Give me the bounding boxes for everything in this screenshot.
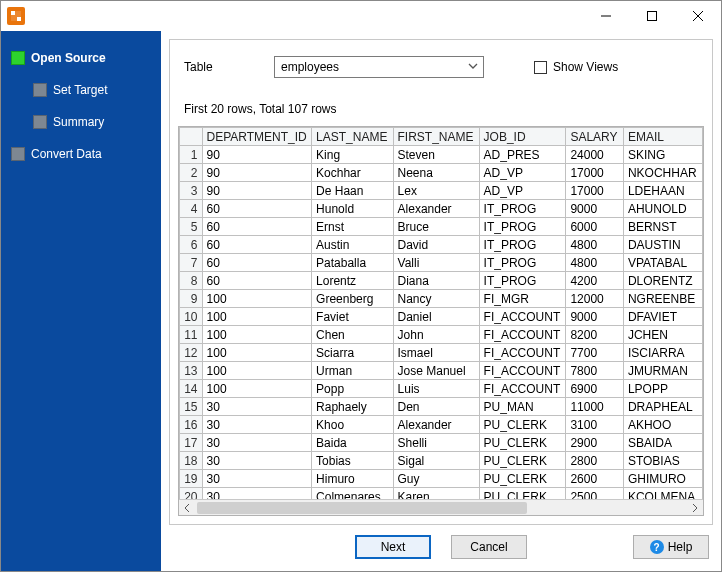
table-cell[interactable]: Hunold xyxy=(312,200,393,218)
table-row[interactable]: 1530RaphaelyDenPU_MAN11000DRAPHEAL xyxy=(180,398,703,416)
table-cell[interactable]: 90 xyxy=(202,164,312,182)
table-cell[interactable]: Lorentz xyxy=(312,272,393,290)
table-cell[interactable]: IT_PROG xyxy=(479,254,566,272)
col-header[interactable]: DEPARTMENT_ID xyxy=(202,128,312,146)
table-cell[interactable]: Ernst xyxy=(312,218,393,236)
table-cell[interactable]: 90 xyxy=(202,182,312,200)
table-cell[interactable]: KCOLMENA xyxy=(623,488,702,500)
row-number-cell[interactable]: 9 xyxy=(180,290,203,308)
table-cell[interactable]: King xyxy=(312,146,393,164)
table-cell[interactable]: 12000 xyxy=(566,290,623,308)
table-cell[interactable]: Baida xyxy=(312,434,393,452)
horizontal-scrollbar[interactable] xyxy=(179,499,703,515)
table-cell[interactable]: BERNST xyxy=(623,218,702,236)
table-cell[interactable]: Daniel xyxy=(393,308,479,326)
table-cell[interactable]: 9000 xyxy=(566,200,623,218)
table-cell[interactable]: Diana xyxy=(393,272,479,290)
table-cell[interactable]: Steven xyxy=(393,146,479,164)
table-row[interactable]: 1630KhooAlexanderPU_CLERK3100AKHOO xyxy=(180,416,703,434)
row-number-cell[interactable]: 10 xyxy=(180,308,203,326)
table-select[interactable]: employees xyxy=(274,56,484,78)
table-cell[interactable]: DRAPHEAL xyxy=(623,398,702,416)
table-cell[interactable]: 30 xyxy=(202,452,312,470)
table-cell[interactable]: IT_PROG xyxy=(479,218,566,236)
table-cell[interactable]: 30 xyxy=(202,416,312,434)
row-number-cell[interactable]: 19 xyxy=(180,470,203,488)
row-number-cell[interactable]: 2 xyxy=(180,164,203,182)
table-cell[interactable]: Sciarra xyxy=(312,344,393,362)
table-cell[interactable]: Alexander xyxy=(393,200,479,218)
table-cell[interactable]: 30 xyxy=(202,470,312,488)
row-number-cell[interactable]: 1 xyxy=(180,146,203,164)
nav-summary[interactable]: Summary xyxy=(31,111,153,133)
table-cell[interactable]: 60 xyxy=(202,254,312,272)
table-cell[interactable]: Tobias xyxy=(312,452,393,470)
table-cell[interactable]: 100 xyxy=(202,380,312,398)
table-cell[interactable]: AD_VP xyxy=(479,164,566,182)
row-number-cell[interactable]: 4 xyxy=(180,200,203,218)
table-row[interactable]: 560ErnstBruceIT_PROG6000BERNST xyxy=(180,218,703,236)
table-row[interactable]: 460HunoldAlexanderIT_PROG9000AHUNOLD xyxy=(180,200,703,218)
row-number-cell[interactable]: 5 xyxy=(180,218,203,236)
table-cell[interactable]: PU_MAN xyxy=(479,398,566,416)
table-cell[interactable]: Luis xyxy=(393,380,479,398)
table-cell[interactable]: 30 xyxy=(202,398,312,416)
table-cell[interactable]: Khoo xyxy=(312,416,393,434)
next-button[interactable]: Next xyxy=(355,535,431,559)
table-cell[interactable]: AKHOO xyxy=(623,416,702,434)
col-header[interactable]: EMAIL xyxy=(623,128,702,146)
table-cell[interactable]: De Haan xyxy=(312,182,393,200)
table-cell[interactable]: PU_CLERK xyxy=(479,470,566,488)
table-cell[interactable]: 100 xyxy=(202,344,312,362)
table-row[interactable]: 860LorentzDianaIT_PROG4200DLORENTZ xyxy=(180,272,703,290)
row-number-cell[interactable]: 7 xyxy=(180,254,203,272)
table-cell[interactable]: 100 xyxy=(202,326,312,344)
table-row[interactable]: 290KochharNeenaAD_VP17000NKOCHHAR xyxy=(180,164,703,182)
row-number-cell[interactable]: 15 xyxy=(180,398,203,416)
table-cell[interactable]: 17000 xyxy=(566,182,623,200)
table-cell[interactable]: ISCIARRA xyxy=(623,344,702,362)
table-cell[interactable]: 100 xyxy=(202,362,312,380)
table-cell[interactable]: Neena xyxy=(393,164,479,182)
row-number-cell[interactable]: 14 xyxy=(180,380,203,398)
table-cell[interactable]: 60 xyxy=(202,236,312,254)
table-cell[interactable]: PU_CLERK xyxy=(479,488,566,500)
table-row[interactable]: 12100SciarraIsmaelFI_ACCOUNT7700ISCIARRA xyxy=(180,344,703,362)
table-cell[interactable]: 3100 xyxy=(566,416,623,434)
table-cell[interactable]: PU_CLERK xyxy=(479,452,566,470)
table-cell[interactable]: Himuro xyxy=(312,470,393,488)
table-cell[interactable]: STOBIAS xyxy=(623,452,702,470)
table-cell[interactable]: NGREENBE xyxy=(623,290,702,308)
help-button[interactable]: ? Help xyxy=(633,535,709,559)
table-row[interactable]: 660AustinDavidIT_PROG4800DAUSTIN xyxy=(180,236,703,254)
table-cell[interactable]: FI_ACCOUNT xyxy=(479,362,566,380)
table-cell[interactable]: IT_PROG xyxy=(479,200,566,218)
table-cell[interactable]: 24000 xyxy=(566,146,623,164)
table-cell[interactable]: AHUNOLD xyxy=(623,200,702,218)
table-cell[interactable]: 2500 xyxy=(566,488,623,500)
table-cell[interactable]: JMURMAN xyxy=(623,362,702,380)
table-cell[interactable]: 8200 xyxy=(566,326,623,344)
table-row[interactable]: 10100FavietDanielFI_ACCOUNT9000DFAVIET xyxy=(180,308,703,326)
table-cell[interactable]: PU_CLERK xyxy=(479,416,566,434)
table-cell[interactable]: 9000 xyxy=(566,308,623,326)
table-cell[interactable]: 60 xyxy=(202,218,312,236)
table-cell[interactable]: 11000 xyxy=(566,398,623,416)
maximize-button[interactable] xyxy=(629,1,675,31)
table-cell[interactable]: Nancy xyxy=(393,290,479,308)
table-cell[interactable]: 7800 xyxy=(566,362,623,380)
table-cell[interactable]: Urman xyxy=(312,362,393,380)
table-cell[interactable]: 7700 xyxy=(566,344,623,362)
table-cell[interactable]: 90 xyxy=(202,146,312,164)
table-cell[interactable]: IT_PROG xyxy=(479,236,566,254)
table-row[interactable]: 14100PoppLuisFI_ACCOUNT6900LPOPP xyxy=(180,380,703,398)
table-cell[interactable]: Raphaely xyxy=(312,398,393,416)
col-header[interactable]: SALARY xyxy=(566,128,623,146)
row-number-header[interactable] xyxy=(180,128,203,146)
table-row[interactable]: 2030ColmenaresKarenPU_CLERK2500KCOLMENA xyxy=(180,488,703,500)
scrollbar-thumb[interactable] xyxy=(197,502,527,514)
table-cell[interactable]: Popp xyxy=(312,380,393,398)
table-cell[interactable]: DFAVIET xyxy=(623,308,702,326)
table-cell[interactable]: 4800 xyxy=(566,236,623,254)
table-cell[interactable]: Jose Manuel xyxy=(393,362,479,380)
